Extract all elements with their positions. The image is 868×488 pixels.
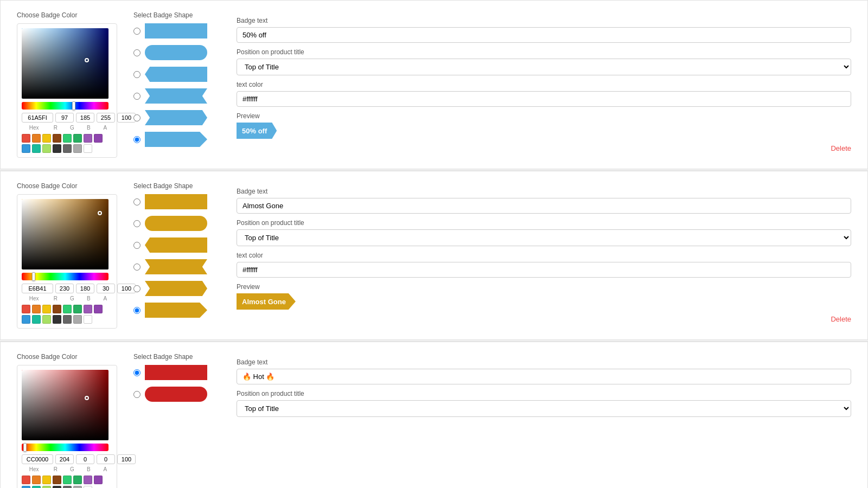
delete-button-2[interactable]: Delete: [831, 315, 851, 323]
swatch[interactable]: [63, 305, 72, 313]
a-input-2[interactable]: [117, 284, 136, 293]
b-input-1[interactable]: [97, 113, 115, 123]
badge-text-input-1[interactable]: [237, 27, 851, 43]
r-input-1[interactable]: [55, 113, 74, 123]
a-input-1[interactable]: [117, 113, 136, 123]
g-input-3[interactable]: [76, 454, 94, 464]
swatch[interactable]: [53, 305, 61, 313]
shape-selector-3-label: Select Badge Shape: [133, 353, 220, 361]
swatch[interactable]: [63, 134, 72, 143]
hex-input-1[interactable]: [22, 113, 53, 123]
swatch[interactable]: [73, 134, 82, 143]
swatch[interactable]: [22, 315, 30, 324]
shape-radio-3-0[interactable]: [133, 369, 141, 376]
swatch[interactable]: [32, 486, 41, 488]
hue-bar-2[interactable]: [22, 273, 108, 280]
position-select-3[interactable]: Top of Title Bottom of Title Below Title: [237, 400, 851, 417]
badge-text-input-3[interactable]: [237, 369, 851, 384]
swatch[interactable]: [22, 486, 30, 488]
swatch[interactable]: [42, 134, 51, 143]
shape-radio-1-1[interactable]: [133, 49, 141, 56]
shape-radio-3-1[interactable]: [133, 391, 141, 398]
swatch[interactable]: [73, 486, 82, 488]
hue-thumb-3[interactable]: [23, 443, 27, 452]
b-input-3[interactable]: [97, 454, 115, 464]
swatch[interactable]: [42, 486, 51, 488]
swatch[interactable]: [73, 315, 82, 324]
swatch[interactable]: [42, 476, 51, 484]
hue-bar-1[interactable]: [22, 102, 108, 110]
swatch[interactable]: [94, 305, 103, 313]
swatch[interactable]: [63, 144, 72, 153]
position-select-2[interactable]: Top of Title Bottom of Title Below Title: [237, 229, 851, 246]
text-color-input-1[interactable]: [237, 91, 851, 107]
r-input-2[interactable]: [55, 284, 74, 293]
gradient-canvas-1[interactable]: [22, 28, 108, 99]
swatch[interactable]: [53, 315, 61, 324]
delete-button-1[interactable]: Delete: [831, 144, 851, 152]
swatch[interactable]: [63, 476, 72, 484]
gradient-canvas-3[interactable]: [22, 370, 108, 440]
swatch[interactable]: [84, 305, 92, 313]
badge-text-input-2[interactable]: [237, 198, 851, 214]
swatch[interactable]: [32, 476, 41, 484]
picker-dot-2[interactable]: [98, 211, 102, 215]
swatch[interactable]: [73, 305, 82, 313]
hex-input-2[interactable]: [22, 284, 53, 293]
swatch[interactable]: [94, 134, 103, 143]
swatch[interactable]: [22, 305, 30, 313]
swatch[interactable]: [84, 476, 92, 484]
shape-radio-1-0[interactable]: [133, 28, 141, 35]
swatch[interactable]: [53, 134, 61, 143]
hue-bar-3[interactable]: [22, 444, 108, 451]
gradient-canvas-2[interactable]: [22, 199, 108, 269]
picker-dot-1[interactable]: [85, 58, 89, 62]
swatch[interactable]: [73, 476, 82, 484]
shape-rect-1: [145, 23, 207, 38]
swatch[interactable]: [42, 315, 51, 324]
swatch[interactable]: [42, 305, 51, 313]
swatch[interactable]: [53, 476, 61, 484]
swatch[interactable]: [22, 144, 30, 153]
shape-radio-1-3[interactable]: [133, 93, 141, 100]
shape-radio-2-0[interactable]: [133, 198, 141, 206]
hue-thumb-1[interactable]: [72, 101, 75, 110]
swatch[interactable]: [32, 305, 41, 313]
text-color-input-2[interactable]: [237, 262, 851, 278]
swatch[interactable]: [53, 144, 61, 153]
r-input-3[interactable]: [55, 454, 74, 464]
shape-radio-1-2[interactable]: [133, 71, 141, 78]
swatch[interactable]: [84, 486, 92, 488]
shape-radio-2-2[interactable]: [133, 242, 141, 249]
swatch[interactable]: [84, 315, 92, 324]
picker-dot-3[interactable]: [85, 396, 89, 400]
shape-radio-2-5[interactable]: [133, 307, 141, 314]
swatch[interactable]: [22, 134, 30, 143]
a-input-3[interactable]: [117, 454, 136, 464]
swatch[interactable]: [94, 476, 103, 484]
shape-radio-2-3[interactable]: [133, 264, 141, 271]
g-input-2[interactable]: [76, 284, 94, 293]
swatch[interactable]: [32, 315, 41, 324]
g-input-1[interactable]: [76, 113, 94, 123]
hex-label-3: Hex: [22, 466, 46, 472]
shape-radio-1-5[interactable]: [133, 136, 141, 143]
swatch[interactable]: [42, 144, 51, 153]
hex-input-3[interactable]: [22, 454, 53, 464]
shape-radio-2-1[interactable]: [133, 220, 141, 227]
swatch[interactable]: [22, 476, 30, 484]
swatch[interactable]: [63, 315, 72, 324]
b-input-2[interactable]: [97, 284, 115, 293]
swatch[interactable]: [32, 134, 41, 143]
swatch[interactable]: [84, 144, 92, 153]
position-select-1[interactable]: Top of Title Bottom of Title Below Title: [237, 59, 851, 75]
swatch[interactable]: [73, 144, 82, 153]
hue-thumb-2[interactable]: [32, 272, 35, 281]
swatch[interactable]: [84, 134, 92, 143]
swatch[interactable]: [53, 486, 61, 488]
swatch[interactable]: [32, 144, 41, 153]
swatch[interactable]: [63, 486, 72, 488]
shape-radio-2-4[interactable]: [133, 285, 141, 292]
shape-radio-1-4[interactable]: [133, 114, 141, 121]
g-label-3: G: [65, 466, 79, 472]
